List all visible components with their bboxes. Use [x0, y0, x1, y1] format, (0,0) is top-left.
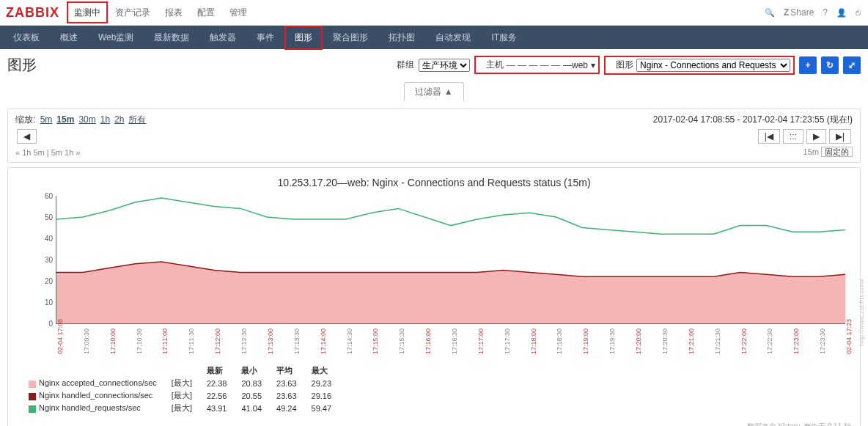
nav-prev-button[interactable]: ◀: [17, 129, 37, 144]
x-tick: 17:23:30: [819, 328, 826, 354]
zoom-option[interactable]: 15m: [56, 114, 74, 125]
topnav-item[interactable]: 监测中: [67, 1, 108, 23]
user-icon[interactable]: [836, 7, 847, 18]
zoom-option[interactable]: 30m: [78, 114, 95, 125]
graph-box: 图形 Nginx - Connections and Requests stat…: [604, 56, 795, 75]
x-tick: 17:18:00: [530, 328, 537, 354]
x-tick: 17:21:00: [688, 328, 695, 354]
topnav-item[interactable]: 资产记录: [108, 1, 158, 23]
add-button[interactable]: +: [799, 56, 817, 74]
graph-select[interactable]: Nginx - Connections and Requests status: [636, 59, 790, 72]
topnav-item[interactable]: 管理: [222, 1, 254, 23]
subnav-item[interactable]: 概述: [50, 26, 88, 50]
fullscreen-button[interactable]: ⤢: [843, 56, 861, 74]
filter-toggle[interactable]: 过滤器 ▲: [404, 82, 463, 101]
logo: ZABBIX: [6, 5, 59, 21]
x-tick: 17:14:00: [320, 328, 327, 354]
nav-last-button[interactable]: ▶|: [829, 129, 851, 144]
subnav-item[interactable]: 最新数据: [144, 26, 199, 50]
zoom-option[interactable]: 所有: [128, 114, 146, 125]
legend-header: 最新: [199, 364, 235, 377]
y-tick: 30: [34, 256, 53, 264]
subnav-item[interactable]: 拓扑图: [378, 26, 425, 50]
legend-swatch: [29, 405, 36, 413]
fixed-pill[interactable]: 固定的: [821, 147, 853, 157]
legend-row: Nginx accepted_connections/sec [最大]22.38…: [21, 377, 339, 389]
x-tick: 17:23:00: [792, 328, 800, 354]
x-tick: 17:11:00: [161, 328, 169, 354]
nav-step-links[interactable]: « 1h 5m | 5m 1h »: [15, 148, 80, 157]
subnav-item[interactable]: 事件: [246, 26, 284, 50]
legend-row: Nginx handled_connections/sec [最大]22.562…: [21, 389, 339, 402]
x-tick: 17:15:00: [372, 328, 379, 354]
time-range: 2017-02-04 17:08:55 - 2017-02-04 17:23:5…: [653, 114, 853, 126]
x-tick: 17:16:30: [451, 328, 458, 354]
x-tick: 17:11:30: [188, 328, 195, 354]
subnav-item[interactable]: Web监测: [88, 26, 144, 50]
legend-header: 最大: [304, 364, 339, 377]
time-control: 缩放: 5m15m30m1h2h所有 2017-02-04 17:08:55 -…: [7, 109, 861, 163]
page-header: 图形 群组 生产环境 主机 — — — — — —web ▾ 图形 Nginx …: [0, 49, 868, 81]
y-tick: 10: [34, 298, 53, 306]
nav-play-button[interactable]: ▶: [806, 129, 826, 144]
subnav-item[interactable]: IT服务: [481, 26, 527, 50]
zoom-option[interactable]: 5m: [40, 114, 53, 125]
y-tick: 0: [34, 320, 53, 328]
group-select[interactable]: 生产环境: [419, 59, 470, 72]
share-link[interactable]: Share: [784, 7, 814, 18]
x-tick: 17:17:30: [504, 328, 511, 354]
filter-bar: 过滤器 ▲: [0, 81, 868, 109]
page-title: 图形: [7, 55, 37, 75]
subnav-item[interactable]: 聚合图形: [323, 26, 378, 50]
zoom-label: 缩放:: [15, 114, 35, 125]
refresh-button[interactable]: ↻: [821, 56, 839, 74]
y-tick: 20: [34, 277, 53, 285]
top-right-tools: Share: [765, 7, 861, 18]
x-tick: 17:15:30: [398, 328, 405, 354]
x-tick: 17:22:00: [740, 328, 748, 354]
topnav-item[interactable]: 配置: [190, 1, 222, 23]
search-icon[interactable]: [765, 7, 775, 18]
help-icon[interactable]: [823, 7, 828, 18]
subnav-item[interactable]: 仪表板: [3, 26, 50, 50]
x-tick: 17:17:00: [477, 328, 485, 354]
logout-icon[interactable]: [856, 7, 861, 18]
group-label: 群组: [397, 59, 414, 71]
chart-legend: 最新最小平均最大 Nginx accepted_connections/sec …: [21, 364, 853, 414]
host-label: 主机: [486, 59, 504, 71]
x-tick: 17:20:00: [635, 328, 642, 354]
y-tick: 60: [34, 192, 53, 200]
legend-row: Nginx handled_requests/sec [最大]43.9141.0…: [21, 402, 339, 414]
x-tick: 17:14:30: [346, 328, 353, 354]
legend-header: 最小: [234, 364, 269, 377]
x-tick: 17:19:00: [582, 328, 589, 354]
graph-title: 10.253.17.20—web: Nginx - Connections an…: [15, 177, 853, 188]
graph-label: 图形: [616, 59, 633, 71]
topnav-item[interactable]: 报表: [158, 1, 190, 23]
host-masked: — — — — —: [507, 60, 560, 70]
top-menu: ZABBIX 监测中资产记录报表配置管理 Share: [0, 0, 868, 26]
graph-panel: 10.253.17.20—web: Nginx - Connections an…: [7, 167, 861, 426]
host-box: 主机 — — — — — —web ▾: [474, 56, 600, 74]
x-tick: 17:16:00: [424, 328, 432, 354]
legend-header: 平均: [269, 364, 304, 377]
zoom-links: 缩放: 5m15m30m1h2h所有: [15, 114, 148, 126]
zoom-option[interactable]: 1h: [100, 114, 110, 125]
legend-swatch: [29, 381, 36, 388]
y-tick: 40: [34, 235, 53, 243]
subnav-item[interactable]: 图形: [284, 26, 323, 50]
nav-first-button[interactable]: |◀: [758, 129, 780, 144]
chart-plot: 010203040506002-04 17:0817:09:3017:10:00…: [56, 196, 845, 324]
x-tick: 17:13:30: [293, 328, 301, 354]
x-tick: 17:18:30: [556, 328, 563, 354]
watermark: http://www.zabbix.com/: [858, 279, 865, 346]
legend-swatch: [29, 393, 36, 400]
subnav-item[interactable]: 自动发现: [425, 26, 481, 50]
x-tick: 02-04 17:08: [56, 319, 64, 354]
subnav-item[interactable]: 触发器: [199, 26, 246, 50]
y-tick: 50: [34, 213, 53, 221]
nav-dots-button[interactable]: :::: [783, 129, 803, 144]
sub-menu: 仪表板概述Web监测最新数据触发器事件图形聚合图形拓扑图自动发现IT服务: [0, 26, 868, 49]
chevron-down-icon[interactable]: ▾: [591, 60, 595, 70]
zoom-option[interactable]: 2h: [114, 114, 124, 125]
